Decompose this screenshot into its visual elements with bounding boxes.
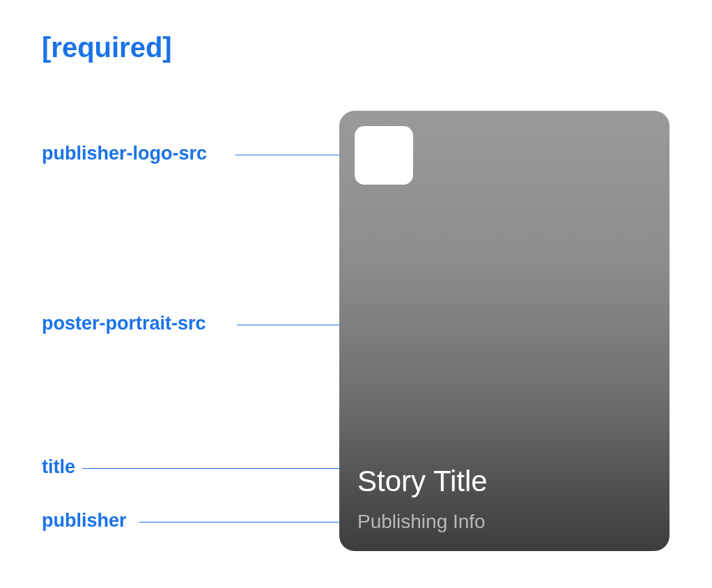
publisher-logo-placeholder — [355, 126, 413, 185]
story-title-text: Story Title — [357, 465, 488, 498]
section-header: [required] — [42, 32, 172, 63]
label-publisher: publisher — [42, 510, 127, 532]
label-publisher-logo-src: publisher-logo-src — [42, 143, 207, 164]
label-poster-portrait-src: poster-portrait-src — [42, 313, 206, 334]
connector-line — [139, 522, 354, 523]
publishing-info-text: Publishing Info — [357, 511, 486, 533]
diagram-container: [required] publisher-logo-src poster-por… — [0, 0, 712, 588]
connector-line — [82, 468, 354, 469]
story-card: Story Title Publishing Info — [339, 111, 670, 551]
label-title: title — [42, 456, 75, 478]
